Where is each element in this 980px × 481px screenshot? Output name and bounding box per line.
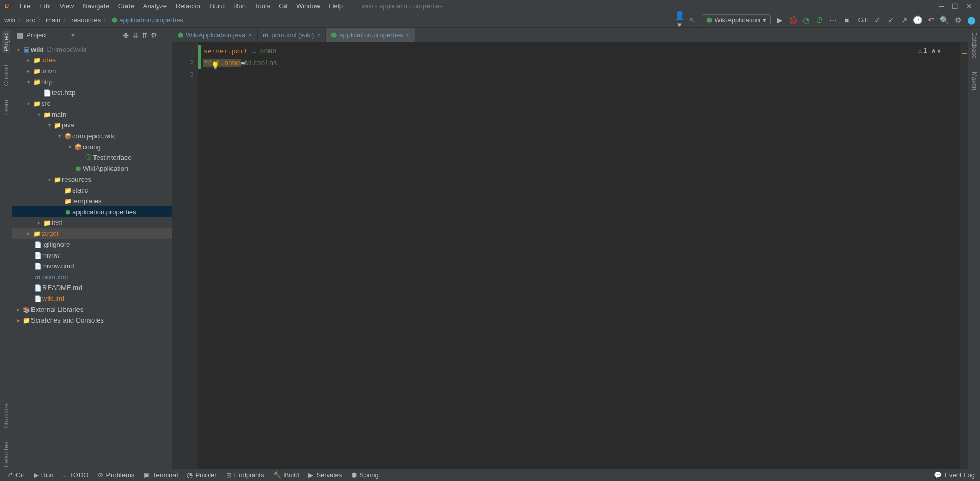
hammer-back-icon[interactable]: ↖ — [688, 15, 698, 25]
menu-analyze[interactable]: Analyze — [139, 1, 170, 11]
status-spring[interactable]: ⬢Spring — [351, 471, 379, 479]
expand-all-icon[interactable]: ⇊ — [132, 31, 138, 39]
status-endpoints[interactable]: ⊞Endpoints — [226, 471, 264, 479]
status-build[interactable]: 🔨Build — [273, 471, 299, 479]
user-icon[interactable]: 👤▾ — [675, 11, 684, 29]
chevron-down-icon[interactable]: ▾ — [71, 31, 75, 39]
tree-config[interactable]: ▾📦config — [12, 141, 172, 152]
select-opened-icon[interactable]: ⊕ — [123, 31, 129, 39]
menu-help[interactable]: Help — [325, 1, 346, 11]
tree-appprops[interactable]: ⬢application.properties — [12, 206, 172, 217]
menu-edit[interactable]: Edit — [36, 1, 54, 11]
breadcrumb-file[interactable]: application.properties — [119, 16, 183, 24]
run-config-selector[interactable]: ⬢ WikiApplication ▾ — [702, 14, 771, 25]
close-tab-icon[interactable]: × — [248, 31, 252, 39]
code-line-2[interactable]: te💡st.name=Nicholas — [203, 57, 955, 69]
right-tab-database[interactable]: Database — [970, 30, 978, 60]
breadcrumb-src[interactable]: src — [26, 16, 35, 24]
menu-git[interactable]: Git — [275, 1, 291, 11]
code-line-1[interactable]: server.port = 8080 — [203, 45, 955, 57]
git-commit-icon[interactable]: ✓ — [886, 15, 895, 25]
tree-wikiapp[interactable]: ⬢WikiApplication — [12, 163, 172, 174]
hide-icon[interactable]: — — [161, 31, 168, 39]
status-problems[interactable]: ⊘Problems — [98, 471, 134, 479]
tree-testhttp[interactable]: 📄test.http — [12, 87, 172, 98]
tree-mvnw[interactable]: 📄mvnw — [12, 250, 172, 261]
status-run[interactable]: ▶Run — [34, 471, 54, 479]
tab-pom[interactable]: mpom.xml (wiki)× — [258, 28, 326, 42]
status-services[interactable]: ▶Services — [308, 471, 342, 479]
collapse-all-icon[interactable]: ⇈ — [141, 31, 148, 39]
left-tab-favorites[interactable]: Favorites — [2, 440, 10, 469]
attach-icon[interactable]: ⋯ — [829, 15, 838, 25]
tab-appprops[interactable]: ⬢application.properties× — [326, 28, 415, 42]
git-push-icon[interactable]: ↗ — [899, 15, 909, 25]
tree-target[interactable]: ▸📁target — [12, 228, 172, 239]
left-tab-commit[interactable]: Commit — [2, 63, 10, 87]
code-editor[interactable]: 1 2 3 server.port = 8080 te💡st.name=Nich… — [172, 42, 968, 469]
status-eventlog[interactable]: 💬Event Log — [934, 471, 975, 479]
stop-icon[interactable]: ■ — [842, 15, 851, 24]
tree-pomxml[interactable]: mpom.xml — [12, 271, 172, 282]
tab-wikiapplication[interactable]: ⬢WikiApplication.java× — [172, 28, 258, 42]
menu-code[interactable]: Code — [115, 1, 138, 11]
status-terminal[interactable]: ▣Terminal — [144, 471, 178, 479]
next-highlight-icon[interactable]: ∨ — [937, 45, 941, 57]
menu-run[interactable]: Run — [230, 1, 249, 11]
tree-mvn[interactable]: ▸📁.mvn — [12, 66, 172, 76]
annotation-stripe[interactable] — [960, 42, 968, 469]
settings-icon[interactable]: ⚙ — [953, 15, 962, 25]
tree-pkg[interactable]: ▾📦com.jepcc.wiki — [12, 131, 172, 141]
tree-extlib[interactable]: ▸📚External Libraries — [12, 304, 172, 315]
left-tab-structure[interactable]: Structure — [2, 402, 10, 430]
code-content[interactable]: server.port = 8080 te💡st.name=Nicholas ⚠… — [198, 42, 960, 469]
git-pull-icon[interactable]: ✓ — [873, 15, 882, 25]
minimize-icon[interactable]: ─ — [939, 2, 944, 10]
project-view-icon[interactable]: ▤ — [17, 31, 23, 39]
menu-file[interactable]: File — [16, 1, 34, 11]
tree-resources[interactable]: ▾📁resources — [12, 174, 172, 185]
tree-java[interactable]: ▾📁java — [12, 120, 172, 131]
menu-build[interactable]: Build — [206, 1, 228, 11]
code-line-3[interactable] — [203, 69, 955, 81]
inspection-widget[interactable]: ⚠ 1 ∧ ∨ — [918, 45, 941, 57]
close-icon[interactable]: ✕ — [966, 2, 972, 10]
run-icon[interactable]: ▶ — [775, 15, 784, 25]
tree-idea[interactable]: ▸📁.idea — [12, 55, 172, 66]
tree-readme[interactable]: 📄README.md — [12, 282, 172, 293]
maximize-icon[interactable]: ☐ — [952, 2, 958, 10]
tree-src[interactable]: ▾📁src — [12, 98, 172, 109]
debug-icon[interactable]: 🐞 — [788, 15, 798, 25]
close-tab-icon[interactable]: × — [317, 31, 320, 39]
coverage-icon[interactable]: ◔ — [802, 15, 811, 25]
tree-gitignore[interactable]: 📄.gitignore — [12, 239, 172, 250]
tree-test[interactable]: ▸📁test — [12, 217, 172, 228]
menu-tools[interactable]: Tools — [251, 1, 274, 11]
project-tree[interactable]: ▾▣wikiD:\imooc\wiki ▸📁.idea ▸📁.mvn ▾📁htt… — [12, 42, 172, 469]
tree-root[interactable]: ▾▣wikiD:\imooc\wiki — [12, 44, 172, 55]
tree-http[interactable]: ▾📁http — [12, 76, 172, 87]
tree-templates[interactable]: 📁templates — [12, 196, 172, 206]
prev-highlight-icon[interactable]: ∧ — [932, 45, 936, 57]
breadcrumb-main[interactable]: main — [46, 16, 60, 24]
menu-window[interactable]: Window — [293, 1, 324, 11]
tree-scratches[interactable]: ▸📁Scratches and Consoles — [12, 315, 172, 326]
tree-static[interactable]: 📁static — [12, 185, 172, 196]
search-icon[interactable]: 🔍 — [940, 15, 949, 25]
left-tab-learn[interactable]: Learn — [2, 98, 10, 117]
gear-icon[interactable]: ⚙ — [151, 31, 157, 39]
status-todo[interactable]: ≡TODO — [62, 471, 88, 479]
status-profiler[interactable]: ◔Profiler — [187, 471, 216, 479]
breadcrumb-wiki[interactable]: wiki — [4, 16, 15, 24]
tree-main[interactable]: ▾📁main — [12, 109, 172, 120]
git-rollback-icon[interactable]: ↶ — [926, 15, 936, 25]
profile-icon[interactable]: ⏱ — [815, 15, 825, 24]
breadcrumb-resources[interactable]: resources — [71, 16, 101, 24]
menu-refactor[interactable]: Refactor — [172, 1, 204, 11]
warning-stripe-mark[interactable] — [962, 53, 967, 54]
menu-navigate[interactable]: Navigate — [79, 1, 113, 11]
tree-testinterface[interactable]: ⒾTestInterface — [12, 152, 172, 163]
left-tab-project[interactable]: Project — [2, 30, 10, 53]
menu-view[interactable]: View — [56, 1, 77, 11]
close-tab-icon[interactable]: × — [406, 31, 409, 39]
